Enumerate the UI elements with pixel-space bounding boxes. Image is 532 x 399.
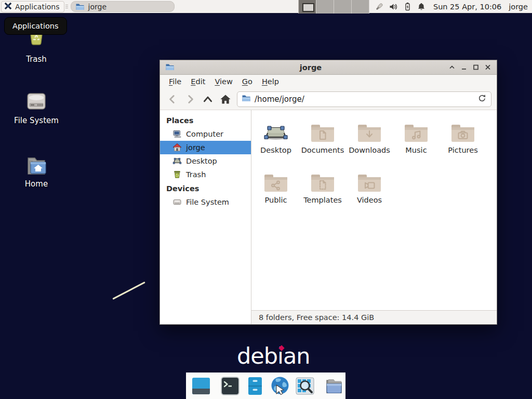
sidebar-item-label: File System (186, 198, 229, 206)
window-body: PlacesComputerjorgeDesktopTrashDevicesFi… (160, 110, 497, 324)
sidebar-item-computer[interactable]: Computer (160, 127, 251, 141)
menubar: FileEditViewGoHelp (160, 75, 497, 89)
menu-edit[interactable]: Edit (186, 75, 210, 89)
close-button[interactable] (482, 62, 494, 73)
sidebar-item-jorge[interactable]: jorge (160, 141, 251, 154)
maximize-button[interactable] (470, 62, 482, 73)
volume-icon[interactable] (389, 2, 398, 11)
taskbar-window-button[interactable]: jorge (71, 1, 175, 12)
file-manager-window: jorge FileEditViewGoHelp /home/jorge/ Pl… (159, 60, 497, 325)
path-folder-icon (242, 94, 251, 104)
workspace-cell-3[interactable] (334, 0, 352, 14)
file-item-label: Videos (346, 196, 393, 204)
home-button[interactable] (218, 92, 233, 107)
file-item-documents[interactable]: Documents (299, 114, 346, 164)
workspace-cell-1[interactable] (299, 0, 316, 14)
sidebar-header-devices: Devices (160, 181, 251, 195)
battery-charging-icon[interactable] (403, 2, 412, 11)
window-right-column: Desktop Documents Downloads Music Pictur… (251, 110, 497, 324)
desktop-icon-label: Home (8, 179, 65, 189)
file-item-videos[interactable]: Videos (346, 164, 393, 214)
sidebar-item-label: Trash (186, 170, 206, 179)
folder-templates-icon (310, 172, 335, 193)
file-item-templates[interactable]: Templates (299, 164, 346, 214)
window-title: jorge (176, 63, 446, 72)
file-item-label: Public (252, 196, 299, 204)
sidebar-item-desktop[interactable]: Desktop (160, 154, 251, 168)
workspace-cell-2[interactable] (316, 0, 334, 14)
applications-tooltip: Applications (4, 17, 67, 35)
desktop-icon-home[interactable]: Home (8, 150, 65, 189)
red-home-icon (172, 143, 182, 152)
file-item-label: Music (393, 146, 440, 154)
system-tray (375, 2, 426, 11)
sidebar-item-label: Computer (186, 130, 223, 138)
nav-buttons (165, 92, 233, 107)
debian-logo: debian (237, 343, 310, 369)
top-panel: Applications jorge Sun 25 Apr, 10:06 jor… (0, 0, 532, 14)
panel-clock[interactable]: Sun 25 Apr, 10:06 (433, 3, 501, 11)
file-item-pictures[interactable]: Pictures (440, 114, 486, 164)
folder-documents-icon (310, 123, 335, 143)
window-folder-icon (165, 63, 176, 72)
file-item-public[interactable]: Public (252, 164, 299, 214)
desktop-item-icon (263, 123, 288, 143)
dock-folder-dock-icon[interactable] (324, 376, 344, 396)
sidebar-item-label: Desktop (186, 157, 217, 165)
path-bar[interactable]: /home/jorge/ (237, 91, 491, 107)
path-text[interactable]: /home/jorge/ (255, 95, 474, 104)
stylus-icon[interactable] (375, 2, 384, 11)
debian-logo-text: debian (237, 343, 310, 369)
bell-icon[interactable] (417, 2, 426, 11)
applications-menu-button[interactable]: Applications (1, 1, 64, 12)
file-item-label: Downloads (346, 146, 393, 154)
file-item-label: Desktop (252, 146, 299, 154)
chevron-right-icon (184, 94, 196, 105)
workspace-cell-4[interactable] (352, 0, 369, 14)
panel-username[interactable]: jorge (509, 3, 528, 11)
forward-button[interactable] (183, 92, 197, 107)
desktop-icon-label: Trash (8, 55, 65, 64)
dock (186, 373, 345, 399)
sidebar-item-label: jorge (186, 143, 205, 152)
back-button[interactable] (165, 92, 180, 107)
menu-help[interactable]: Help (257, 75, 284, 89)
file-item-label: Documents (299, 146, 346, 154)
chevron-left-icon (167, 94, 178, 105)
home-toolbar-icon (219, 94, 232, 105)
refresh-icon[interactable] (477, 94, 487, 105)
minimize-button[interactable] (458, 62, 470, 73)
file-pane: Desktop Documents Downloads Music Pictur… (251, 110, 497, 310)
xfce-menu-icon (4, 2, 12, 12)
dock-terminal-icon[interactable] (220, 376, 241, 396)
file-item-desktop[interactable]: Desktop (252, 114, 299, 164)
window-titlebar[interactable]: jorge (160, 60, 497, 75)
dock-file-cabinet-icon[interactable] (245, 376, 265, 396)
taskbar: jorge (70, 1, 175, 12)
folder-public-icon (263, 172, 288, 193)
dock-app-finder-icon[interactable] (295, 376, 315, 396)
window-controls (446, 62, 494, 73)
applications-menu-label: Applications (15, 3, 60, 11)
menu-file[interactable]: File (164, 75, 186, 89)
panel-handle[interactable] (64, 2, 70, 12)
sidebar-item-trash[interactable]: Trash (160, 168, 251, 181)
close-icon (484, 64, 491, 71)
drive-desktop-icon (24, 89, 49, 113)
up-button[interactable] (201, 92, 215, 107)
dock-web-browser-icon[interactable] (270, 376, 290, 396)
desktop-icon-file-system[interactable]: File System (8, 86, 65, 125)
dock-show-desktop-icon[interactable] (191, 376, 211, 396)
menu-go[interactable]: Go (237, 75, 257, 89)
file-item-music[interactable]: Music (393, 114, 440, 164)
taskbar-window-label: jorge (88, 3, 107, 11)
shade-button[interactable] (446, 62, 458, 73)
chevron-up-icon (202, 94, 214, 105)
file-item-downloads[interactable]: Downloads (346, 114, 393, 164)
shade-icon (448, 64, 456, 71)
sidebar-item-file-system[interactable]: File System (160, 195, 251, 209)
menu-view[interactable]: View (210, 75, 237, 89)
computer-icon (172, 129, 182, 139)
workspace-switcher (298, 0, 369, 14)
home-desktop-icon (24, 154, 49, 177)
